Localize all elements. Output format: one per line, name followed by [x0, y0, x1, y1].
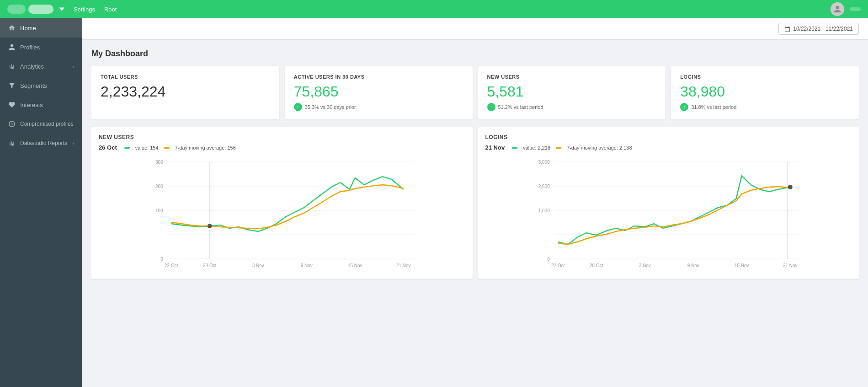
new-users-chart-area: 300 200 100 0 22 Oct 28 Oct 3 Nov 9 Nov … — [99, 153, 465, 272]
root-link[interactable]: Root — [104, 6, 117, 13]
user-avatar[interactable] — [831, 2, 844, 16]
person-icon — [8, 43, 16, 51]
settings-link[interactable]: Settings — [74, 6, 95, 13]
sidebar-label-analytics: Analytics — [20, 63, 44, 70]
sidebar-label-interests: Interests — [20, 102, 43, 108]
new-users-avg-dot — [164, 147, 170, 149]
sidebar-item-profiles[interactable]: Profiles — [0, 38, 82, 57]
nav-pills — [7, 5, 53, 14]
svg-text:28 Oct: 28 Oct — [203, 263, 217, 268]
main-content: 10/22/2021 - 11/22/2021 My Dashboard TOT… — [82, 18, 868, 387]
sidebar-label-compromised: Compromised profiles — [20, 121, 74, 127]
svg-text:15 Nov: 15 Nov — [348, 263, 362, 268]
svg-text:9 Nov: 9 Nov — [687, 263, 699, 268]
sidebar-label-home: Home — [20, 25, 36, 32]
active-users-change-text: 35.3% vs 30 days prior — [305, 104, 356, 110]
svg-text:2,000: 2,000 — [538, 184, 549, 189]
analytics-chevron: › — [73, 64, 74, 69]
logins-label: LOGINS — [680, 74, 850, 80]
sidebar-label-segments: Segments — [20, 82, 47, 89]
filter-icon — [8, 82, 16, 89]
active-users-label: ACTIVE USERS IN 30 DAYS — [294, 74, 463, 80]
logins-chart-title: LOGINS — [485, 134, 852, 140]
svg-text:0: 0 — [160, 257, 163, 262]
sidebar-item-analytics[interactable]: Analytics › — [0, 57, 82, 76]
svg-text:1,000: 1,000 — [538, 208, 549, 213]
stat-cards: TOTAL USERS 2,233,224 ACTIVE USERS IN 30… — [91, 66, 859, 119]
active-users-arrow: ↑ — [294, 103, 302, 111]
date-range-button[interactable]: 10/22/2021 - 11/22/2021 — [778, 23, 859, 35]
logins-chart-legend: 21 Nov value: 2,218 7-day moving average… — [485, 144, 852, 151]
new-users-chart-title: NEW USERS — [99, 134, 465, 140]
logins-change: ↑ 31.8% vs last period — [680, 103, 850, 111]
logins-value: 38,980 — [680, 83, 850, 100]
svg-text:3 Nov: 3 Nov — [639, 263, 650, 268]
svg-text:9 Nov: 9 Nov — [301, 263, 313, 268]
new-users-value: 5,581 — [487, 83, 657, 100]
stat-card-new-users: NEW USERS 5,581 ↑ 51.2% vs last period — [478, 66, 666, 119]
svg-text:0: 0 — [547, 257, 550, 262]
date-bar: 10/22/2021 - 11/22/2021 — [82, 18, 868, 40]
total-users-label: TOTAL USERS — [101, 74, 270, 80]
nav-dropdown[interactable] — [59, 6, 64, 12]
logins-chart-card: LOGINS 21 Nov value: 2,218 7-day moving … — [478, 127, 859, 279]
logins-avg-dot — [556, 147, 561, 149]
new-users-change: ↑ 51.2% vs last period — [487, 103, 657, 111]
svg-point-16 — [208, 224, 212, 228]
sidebar-label-profiles: Profiles — [20, 44, 40, 51]
heart-icon — [8, 101, 16, 108]
stat-card-logins: LOGINS 38,980 ↑ 31.8% vs last period — [671, 66, 859, 119]
stat-card-total-users: TOTAL USERS 2,233,224 — [91, 66, 279, 119]
user-button[interactable] — [850, 7, 861, 11]
date-range-label: 10/22/2021 - 11/22/2021 — [793, 26, 853, 32]
svg-text:3,000: 3,000 — [538, 160, 549, 165]
clock-icon — [8, 120, 16, 128]
logins-chart-date: 21 Nov — [485, 144, 505, 151]
top-nav: Settings Root — [0, 0, 868, 18]
svg-text:22 Oct: 22 Oct — [165, 263, 178, 268]
svg-text:100: 100 — [155, 208, 163, 213]
app-layout: Home Profiles Analytics › Segments Inter… — [0, 18, 868, 387]
chart-row: NEW USERS 26 Oct value: 154 7-day moving… — [91, 127, 859, 279]
new-users-avg-legend: 7-day moving average: 156 — [175, 145, 236, 150]
home-icon — [8, 24, 16, 32]
new-users-svg: 300 200 100 0 22 Oct 28 Oct 3 Nov 9 Nov … — [99, 153, 465, 272]
sidebar-item-interests[interactable]: Interests — [0, 95, 82, 114]
dashboard: My Dashboard TOTAL USERS 2,233,224 ACTIV… — [82, 40, 868, 288]
new-users-label: NEW USERS — [487, 74, 657, 80]
sidebar-item-datastudio[interactable]: Datastudio Reports › — [0, 134, 82, 153]
sidebar-item-segments[interactable]: Segments — [0, 76, 82, 95]
new-users-chart-date: 26 Oct — [99, 144, 117, 151]
total-users-value: 2,233,224 — [101, 83, 270, 100]
sidebar-label-datastudio: Datastudio Reports — [20, 140, 67, 146]
svg-point-33 — [788, 185, 792, 189]
datastudio-chevron: › — [73, 141, 74, 146]
bar-chart-icon — [8, 63, 16, 70]
new-users-change-text: 51.2% vs last period — [498, 104, 543, 110]
new-users-chart-card: NEW USERS 26 Oct value: 154 7-day moving… — [91, 127, 473, 279]
logins-value-dot — [512, 147, 517, 149]
active-users-change: ↑ 35.3% vs 30 days prior — [294, 103, 463, 111]
calendar-icon — [784, 26, 790, 32]
svg-text:22 Oct: 22 Oct — [551, 263, 565, 268]
new-users-arrow: ↑ — [487, 103, 495, 111]
svg-text:200: 200 — [155, 184, 163, 189]
dashboard-title: My Dashboard — [91, 49, 859, 59]
logins-svg: 3,000 2,000 1,000 0 22 Oct 28 Oct 3 Nov … — [485, 153, 852, 272]
logins-chart-area: 3,000 2,000 1,000 0 22 Oct 28 Oct 3 Nov … — [485, 153, 852, 272]
stat-card-active-users: ACTIVE USERS IN 30 DAYS 75,865 ↑ 35.3% v… — [285, 66, 473, 119]
new-users-chart-legend: 26 Oct value: 154 7-day moving average: … — [99, 144, 465, 151]
nav-pill-2[interactable] — [28, 5, 53, 14]
sidebar-item-compromised[interactable]: Compromised profiles — [0, 114, 82, 134]
svg-text:15 Nov: 15 Nov — [734, 263, 749, 268]
svg-text:3 Nov: 3 Nov — [252, 263, 264, 268]
sidebar-item-home[interactable]: Home — [0, 18, 82, 38]
svg-text:21 Nov: 21 Nov — [396, 263, 411, 268]
new-users-value-dot — [124, 147, 130, 149]
logins-value-legend: value: 2,218 — [523, 145, 550, 150]
nav-links: Settings Root — [74, 6, 117, 13]
datastudio-icon — [8, 140, 16, 147]
nav-pill-1[interactable] — [7, 5, 26, 14]
logins-change-text: 31.8% vs last period — [691, 104, 736, 110]
logins-avg-legend: 7-day moving average: 2,138 — [567, 145, 632, 150]
